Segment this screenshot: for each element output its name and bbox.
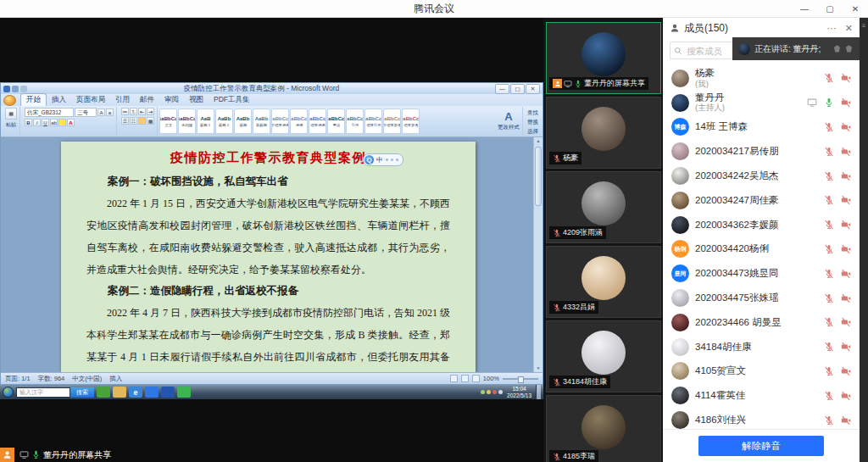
italic-icon[interactable]: I bbox=[33, 119, 41, 126]
member-row[interactable]: 2020034247周佳豪 bbox=[663, 188, 860, 213]
antivirus-icon[interactable] bbox=[97, 387, 110, 398]
align-left-icon[interactable]: ☰ bbox=[121, 117, 129, 125]
scroll-down-icon[interactable]: ▼ bbox=[534, 365, 542, 372]
taskbar-clock[interactable]: 15:04 2022/5/13 bbox=[504, 386, 534, 398]
font-color-icon[interactable]: A bbox=[67, 119, 75, 126]
view-print-icon[interactable] bbox=[450, 375, 458, 382]
view-outline-icon[interactable] bbox=[472, 375, 480, 382]
show-desktop-button[interactable] bbox=[536, 385, 541, 399]
member-row[interactable]: 2020034217易传朋 bbox=[663, 139, 860, 164]
style-chip[interactable]: AaBbCcL明显参考 bbox=[402, 109, 420, 134]
word-tab[interactable]: 页面布局 bbox=[71, 94, 110, 106]
reaction-icon[interactable] bbox=[832, 44, 842, 53]
taskbar-search-button[interactable]: 搜索 bbox=[70, 387, 94, 398]
ie-icon[interactable]: e bbox=[129, 387, 142, 398]
borders-icon[interactable]: ▦ bbox=[147, 117, 154, 125]
style-chip[interactable]: AaB标题 1 bbox=[197, 109, 214, 134]
member-row[interactable]: 昱同2020034473姚昱同 bbox=[663, 261, 860, 286]
member-row[interactable]: 2020234466 胡曼昱 bbox=[663, 310, 860, 335]
qq-icon[interactable] bbox=[161, 387, 175, 398]
style-chip[interactable]: AaBbCcL不明显强调 bbox=[271, 109, 289, 134]
tray-icon[interactable] bbox=[498, 390, 503, 394]
taskbar-search[interactable]: 搜索 bbox=[16, 387, 94, 398]
edit-menu-item[interactable]: 选择 bbox=[527, 127, 538, 135]
style-chip[interactable]: AaBb副标题 bbox=[253, 109, 270, 134]
font-size-select[interactable]: 三号 bbox=[75, 108, 97, 117]
style-chip[interactable]: AaBb标题 2 bbox=[215, 109, 233, 134]
video-thumbnail[interactable]: 4185李瑞 bbox=[546, 395, 661, 462]
tray-icon[interactable] bbox=[492, 390, 497, 394]
underline-icon[interactable]: U bbox=[42, 119, 49, 126]
member-search-input[interactable] bbox=[685, 45, 736, 57]
word-tab[interactable]: 开始 bbox=[20, 93, 47, 106]
view-web-icon[interactable] bbox=[461, 375, 469, 382]
bold-icon[interactable]: B bbox=[25, 119, 32, 126]
member-row[interactable]: 杨俐2020034420杨俐 bbox=[663, 237, 860, 262]
indent-icon[interactable]: ⇤ bbox=[138, 108, 146, 115]
zoom-slider[interactable] bbox=[503, 378, 538, 380]
word-tab[interactable]: 插入 bbox=[47, 94, 71, 106]
member-row[interactable]: 2020034242吴旭杰 bbox=[663, 164, 860, 188]
word-tab[interactable]: 邮件 bbox=[135, 94, 159, 106]
video-thumbnail[interactable]: 杨豪 bbox=[546, 97, 661, 169]
close-icon[interactable]: ✕ bbox=[843, 0, 868, 17]
member-row[interactable]: 2020034475张姝瑶 bbox=[663, 286, 860, 310]
scroll-up-icon[interactable]: ▲ bbox=[534, 137, 542, 145]
align-center-icon[interactable]: ☷ bbox=[130, 117, 137, 125]
video-thumbnail[interactable]: 董丹丹的屏幕共享 bbox=[546, 22, 661, 94]
grow-font-icon[interactable]: A bbox=[97, 109, 105, 116]
tray-icon[interactable] bbox=[481, 390, 485, 394]
numbering-icon[interactable]: ⒈ bbox=[130, 108, 137, 115]
member-search-box[interactable] bbox=[670, 42, 739, 59]
edit-menu-item[interactable]: 替换 bbox=[527, 118, 538, 125]
start-button-icon[interactable] bbox=[3, 387, 14, 398]
reaction-icon[interactable] bbox=[844, 44, 854, 53]
style-chip[interactable]: AaBbCcL强调 bbox=[290, 109, 308, 134]
shading-icon[interactable] bbox=[138, 117, 146, 125]
scrollbar-thumb[interactable] bbox=[535, 147, 542, 206]
word-tab[interactable]: 引用 bbox=[110, 94, 135, 106]
redo-icon[interactable] bbox=[20, 86, 27, 92]
ime-mode-label[interactable]: 中 bbox=[376, 156, 383, 164]
meeting-icon[interactable] bbox=[145, 387, 159, 398]
style-chip[interactable]: AaBbCcI无间隔 bbox=[178, 109, 196, 134]
member-row[interactable]: 2020034362李媛颜 bbox=[663, 213, 860, 237]
word-tab[interactable]: 审阅 bbox=[159, 94, 184, 106]
unmute-button[interactable]: 解除静音 bbox=[698, 436, 824, 456]
member-row[interactable]: 4114霍英佳 bbox=[663, 383, 860, 408]
word-maximize-icon[interactable]: ▢ bbox=[510, 84, 525, 94]
video-thumbnail[interactable]: 4209张雨涵 bbox=[546, 171, 661, 243]
document-scrollbar[interactable]: ▲ ▼ bbox=[533, 137, 542, 372]
style-chip[interactable]: AaBbCcI正文 bbox=[159, 109, 177, 134]
edit-menu-item[interactable]: 查找 bbox=[527, 109, 538, 116]
bullets-icon[interactable]: ≔ bbox=[121, 108, 129, 115]
panel-close-icon[interactable]: ✕ bbox=[845, 23, 853, 34]
video-thumbnail[interactable]: 34184胡佳康 bbox=[546, 320, 661, 392]
ime-keyboard-icon[interactable] bbox=[396, 159, 398, 161]
member-row[interactable]: 4105贺宣文 bbox=[663, 359, 860, 384]
video-thumbnail[interactable]: 4332吕娟 bbox=[546, 246, 661, 318]
member-row[interactable]: 4186刘佳兴 bbox=[663, 408, 860, 429]
wechat-icon[interactable] bbox=[177, 387, 191, 398]
folder-icon[interactable] bbox=[113, 387, 126, 398]
word-tab[interactable]: PDF工具集 bbox=[209, 94, 255, 106]
maximize-icon[interactable]: ▢ bbox=[817, 0, 843, 17]
word-close-icon[interactable]: ✕ bbox=[526, 84, 540, 94]
font-name-select[interactable]: 仿宋_GB2312 bbox=[25, 108, 74, 117]
ime-toolbar[interactable]: Q 中 bbox=[363, 153, 403, 166]
word-tab[interactable]: 视图 bbox=[184, 94, 209, 106]
outdent-icon[interactable]: ⇥ bbox=[147, 108, 154, 115]
strike-icon[interactable]: ab bbox=[50, 119, 58, 126]
shrink-font-icon[interactable]: a bbox=[106, 109, 114, 116]
highlight-icon[interactable] bbox=[58, 119, 66, 126]
office-button-icon[interactable] bbox=[3, 95, 16, 106]
style-chip[interactable]: AaBbCcL引用 bbox=[346, 109, 364, 134]
style-chip[interactable]: AaBbCcL明显引用 bbox=[364, 109, 382, 134]
word-minimize-icon[interactable]: — bbox=[495, 84, 509, 94]
panel-toggle-icon[interactable]: ≡ bbox=[862, 22, 866, 30]
save-icon[interactable] bbox=[3, 86, 10, 92]
paste-icon[interactable]: ▦ bbox=[5, 108, 17, 120]
tray-icon[interactable] bbox=[487, 390, 491, 394]
member-row[interactable]: 博森14班 王博森 bbox=[663, 115, 860, 140]
undo-icon[interactable] bbox=[12, 86, 19, 92]
